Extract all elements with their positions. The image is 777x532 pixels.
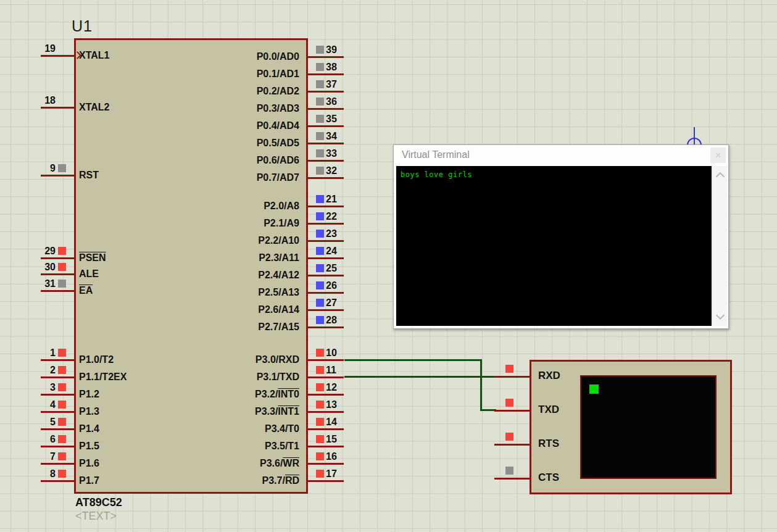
pin-number-36: 36 — [326, 96, 346, 107]
pin-label-XTAL2: XTAL2 — [79, 101, 109, 113]
close-icon[interactable]: × — [710, 148, 726, 163]
pin-state-square-10 — [316, 349, 324, 357]
pin-stub-36 — [308, 108, 344, 110]
pin-number-29: 29 — [31, 246, 56, 257]
pin-number-5: 5 — [31, 417, 56, 428]
chip-text-placeholder: <TEXT> — [75, 510, 117, 523]
pin-label-P0.0/AD0: P0.0/AD0 — [123, 51, 299, 62]
pin-label-P0.4/AD4: P0.4/AD4 — [123, 120, 299, 131]
pin-state-square-6 — [58, 435, 66, 443]
net-p3_0-to-terminal-txd[interactable] — [344, 359, 482, 361]
pin-stub-25 — [308, 275, 344, 276]
pin-stub-6 — [41, 446, 74, 447]
pin-state-square-13 — [316, 401, 324, 409]
pin-stub-9 — [41, 175, 74, 177]
pin-number-10: 10 — [326, 347, 346, 359]
pin-state-square-28 — [316, 316, 324, 324]
pin-state-square-4 — [58, 401, 66, 409]
pin-stub-16 — [308, 463, 344, 465]
terminal-output-area[interactable]: boys love girls — [396, 166, 712, 326]
pin-number-8: 8 — [31, 468, 56, 480]
pin-number-11: 11 — [326, 365, 346, 376]
pin-stub-39 — [308, 56, 344, 58]
terminal-pin-label-CTS: CTS — [538, 472, 559, 483]
pin-stub-18 — [41, 107, 74, 109]
terminal-pin-stub-TXD — [494, 410, 530, 412]
pin-stub-4 — [41, 411, 74, 413]
terminal-pin-label-RTS: RTS — [538, 438, 559, 449]
pin-label-P2.5/A13: P2.5/A13 — [123, 286, 299, 298]
pin-label-P3.2/: P3.2/INT0 — [123, 388, 299, 400]
pin-stub-23 — [308, 240, 344, 242]
pin-label-P0.5/AD5: P0.5/AD5 — [123, 137, 299, 149]
pin-state-square-23 — [316, 230, 324, 238]
pin-label-P0.1/AD1: P0.1/AD1 — [123, 68, 299, 80]
pin-stub-30 — [41, 273, 74, 275]
pin-state-square-37 — [316, 80, 324, 88]
pin-number-25: 25 — [326, 263, 346, 274]
pin-number-33: 33 — [326, 148, 346, 159]
pin-number-32: 32 — [326, 165, 346, 177]
pin-state-square-24 — [316, 247, 324, 255]
pin-state-square-8 — [58, 470, 66, 478]
pin-state-square-15 — [316, 435, 324, 443]
pin-number-7: 7 — [31, 451, 56, 462]
terminal-pin-square-CTS — [505, 467, 513, 475]
pin-number-22: 22 — [326, 211, 346, 222]
terminal-pin-square-RTS — [505, 433, 513, 441]
pin-number-19: 19 — [31, 43, 56, 54]
pin-stub-27 — [308, 309, 344, 311]
net-p3_1-to-terminal-rxd[interactable] — [344, 376, 496, 378]
pin-label-P0.7/AD7: P0.7/AD7 — [123, 172, 299, 183]
pin-number-6: 6 — [31, 434, 56, 445]
pin-label-P0.2/AD2: P0.2/AD2 — [123, 85, 299, 97]
pin-stub-24 — [308, 257, 344, 259]
pin-number-28: 28 — [326, 315, 346, 326]
pin-stub-11 — [308, 376, 344, 378]
pin-state-square-1 — [58, 349, 66, 357]
pin-stub-17 — [308, 480, 344, 482]
pin-state-square-14 — [316, 418, 324, 426]
virtual-terminal-component-screen — [580, 375, 717, 479]
pin-number-2: 2 — [31, 365, 56, 376]
terminal-pin-stub-RTS — [494, 444, 530, 446]
virtual-terminal-titlebar[interactable]: Virtual Terminal × — [394, 145, 728, 165]
pin-number-16: 16 — [326, 451, 346, 462]
pin-number-30: 30 — [31, 262, 56, 273]
terminal-cursor-block — [589, 384, 599, 394]
net-p3_0-to-terminal-txd[interactable] — [480, 359, 482, 411]
pin-stub-33 — [308, 160, 344, 162]
pin-number-18: 18 — [31, 95, 56, 106]
pin-label-P2.1/A9: P2.1/A9 — [123, 217, 299, 229]
pin-label-ALE: ALE — [79, 268, 99, 280]
pin-label-P1.6: P1.6 — [79, 457, 99, 469]
pin-number-13: 13 — [326, 399, 346, 410]
pin-stub-26 — [308, 292, 344, 294]
pin-number-1: 1 — [31, 347, 56, 359]
pin-label-P1.1/T2EX: P1.1/T2EX — [79, 371, 127, 383]
pin-state-square-33 — [316, 149, 324, 157]
pin-state-square-9 — [58, 164, 66, 172]
pin-stub-8 — [41, 480, 74, 482]
pin-label-P2.3/A11: P2.3/A11 — [123, 252, 299, 264]
pin-state-square-11 — [316, 366, 324, 374]
pin-label-P1.7: P1.7 — [79, 475, 99, 486]
pin-label-PSEN: PSEN — [79, 252, 106, 264]
pin-stub-2 — [41, 376, 74, 378]
pin-label-P2.4/A12: P2.4/A12 — [123, 269, 299, 281]
pin-number-38: 38 — [326, 62, 346, 73]
pin-number-14: 14 — [326, 417, 346, 428]
pin-label-P3.5/T1: P3.5/T1 — [123, 440, 299, 452]
scroll-up-icon[interactable] — [716, 172, 725, 181]
pin-state-square-34 — [316, 132, 324, 140]
pin-number-39: 39 — [326, 44, 346, 56]
pin-stub-31 — [41, 290, 74, 292]
pin-number-26: 26 — [326, 280, 346, 291]
pin-label-P2.6/A14: P2.6/A14 — [123, 304, 299, 315]
pin-number-12: 12 — [326, 382, 346, 393]
pin-state-square-25 — [316, 264, 324, 272]
terminal-scrollbar[interactable] — [712, 166, 727, 326]
terminal-pin-square-TXD — [505, 399, 513, 407]
pin-state-square-26 — [316, 281, 324, 289]
scroll-down-icon[interactable] — [716, 311, 725, 320]
